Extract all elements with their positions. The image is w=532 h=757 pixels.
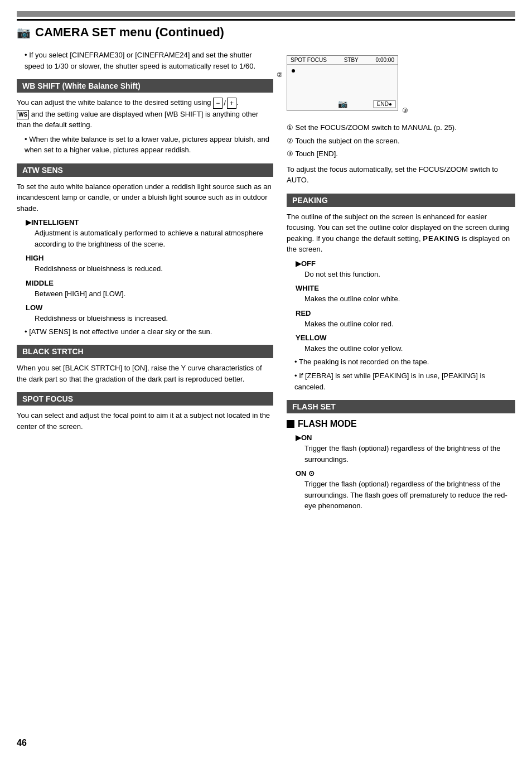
peaking-bullet1: The peaking is not recorded on the tape. [287, 356, 515, 368]
peaking-bold-text: PEAKING [423, 234, 460, 243]
intelligent-option: ▶INTELLIGENT Adjustment is automatically… [26, 218, 273, 249]
peaking-yellow-desc: Makes the outline color yellow. [304, 343, 515, 354]
steps-list: ① Set the FOCUS/ZOOM switch to MANUAL (p… [287, 122, 515, 160]
step-1: ① Set the FOCUS/ZOOM switch to MANUAL (p… [287, 122, 515, 133]
middle-label: MIDDLE [26, 279, 273, 287]
peaking-white-option: WHITE Makes the outline color white. [296, 284, 515, 305]
vf-time: 0:00:00 [376, 57, 394, 63]
low-desc: Reddishness or blueishness is increased. [35, 313, 273, 324]
intelligent-label: ▶INTELLIGENT [26, 218, 273, 226]
wb-shift-header: WB SHIFT (White Balance Shift) [17, 79, 273, 93]
viewfinder-diagram: ② SPOT FOCUS STBY 0:00:00 📷 END● ③ [287, 50, 515, 117]
black-strtch-header: BLACK STRTCH [17, 345, 273, 358]
flash-mode-header: FLASH MODE [287, 419, 515, 429]
middle-option: MIDDLE Between [HIGH] and [LOW]. [26, 279, 273, 300]
peaking-off-label: ▶OFF [296, 259, 515, 268]
vf-spot-focus: SPOT FOCUS [291, 57, 327, 63]
flash-on-label: ▶ON [296, 433, 515, 442]
peaking-header: PEAKING [287, 194, 515, 207]
num3-label: ③ [402, 107, 408, 114]
peaking-yellow-option: YELLOW Makes the outline color yellow. [296, 334, 515, 354]
peaking-off-desc: Do not set this function. [304, 269, 515, 280]
peaking-yellow-label: YELLOW [296, 334, 515, 342]
vf-stby: STBY [344, 57, 359, 63]
flash-on-auto-desc: Trigger the flash (optional) regardless … [304, 479, 515, 512]
viewfinder: SPOT FOCUS STBY 0:00:00 📷 END● [287, 55, 398, 111]
ws-icon: WS [17, 110, 29, 119]
peaking-red-option: RED Makes the outline color red. [296, 309, 515, 330]
vf-end-button: END● [374, 100, 395, 108]
vf-top-bar: SPOT FOCUS STBY 0:00:00 [287, 56, 398, 65]
wb-shift-bullet: When the white balance is set to a lower… [17, 134, 273, 156]
peaking-white-label: WHITE [296, 284, 515, 292]
atw-sens-body: To set the auto white balance operation … [17, 181, 273, 214]
vf-dot [292, 69, 295, 73]
vf-camera-icon: 📷 [338, 99, 347, 108]
atw-sens-header: ATW SENS [17, 163, 273, 177]
peaking-off-option: ▶OFF Do not set this function. [296, 259, 515, 280]
left-column: If you select [CINEFRAME30] or [CINEFRAM… [17, 50, 273, 514]
flash-on-option: ▶ON Trigger the flash (optional) regardl… [296, 433, 515, 465]
page-title: CAMERA SET menu (Continued) [35, 25, 224, 40]
flash-on-auto-option: ON ⊙ Trigger the flash (optional) regard… [296, 469, 515, 512]
camera-icon: 📷 [17, 26, 31, 39]
peaking-red-desc: Makes the outline color red. [304, 319, 515, 330]
right-column: ② SPOT FOCUS STBY 0:00:00 📷 END● ③ [287, 50, 515, 514]
high-option: HIGH Reddishness or blueishness is reduc… [26, 254, 273, 274]
square-icon [287, 420, 294, 428]
peaking-red-label: RED [296, 309, 515, 317]
intro-bullet: If you select [CINEFRAME30] or [CINEFRAM… [17, 50, 273, 71]
flash-set-header: FLASH SET [287, 400, 515, 413]
page-number: 46 [17, 738, 27, 748]
peaking-white-desc: Makes the outline color white. [304, 293, 515, 305]
high-desc: Reddishness or blueishness is reduced. [35, 263, 273, 274]
intelligent-desc: Adjustment is automatically performed to… [35, 228, 273, 249]
black-strtch-body: When you set [BLACK STRTCH] to [ON], rai… [17, 363, 273, 384]
flash-on-auto-label: ON ⊙ [296, 469, 515, 478]
flash-on-desc: Trigger the flash (optional) regardless … [304, 443, 515, 465]
low-label: LOW [26, 303, 273, 312]
num2-label: ② [277, 71, 283, 79]
atw-bullet: [ATW SENS] is not effective under a clea… [17, 326, 273, 337]
auto-focus-note: To adjust the focus automatically, set t… [287, 164, 515, 186]
peaking-body: The outline of the subject on the screen… [287, 211, 515, 255]
page-header: 📷 CAMERA SET menu (Continued) [17, 19, 515, 40]
step-2: ② Touch the subject on the screen. [287, 136, 515, 147]
spot-focus-header: SPOT FOCUS [17, 392, 273, 406]
low-option: LOW Reddishness or blueishness is increa… [26, 303, 273, 324]
spot-focus-body: You can select and adjust the focal poin… [17, 410, 273, 432]
middle-desc: Between [HIGH] and [LOW]. [35, 288, 273, 300]
step-3: ③ Touch [END]. [287, 148, 515, 160]
peaking-bullet2: If [ZEBRA] is set while [PEAKING] is in … [287, 370, 515, 392]
wb-icons: −/+ [213, 98, 236, 109]
wb-shift-body: You can adjust the white balance to the … [17, 97, 273, 131]
high-label: HIGH [26, 254, 273, 262]
